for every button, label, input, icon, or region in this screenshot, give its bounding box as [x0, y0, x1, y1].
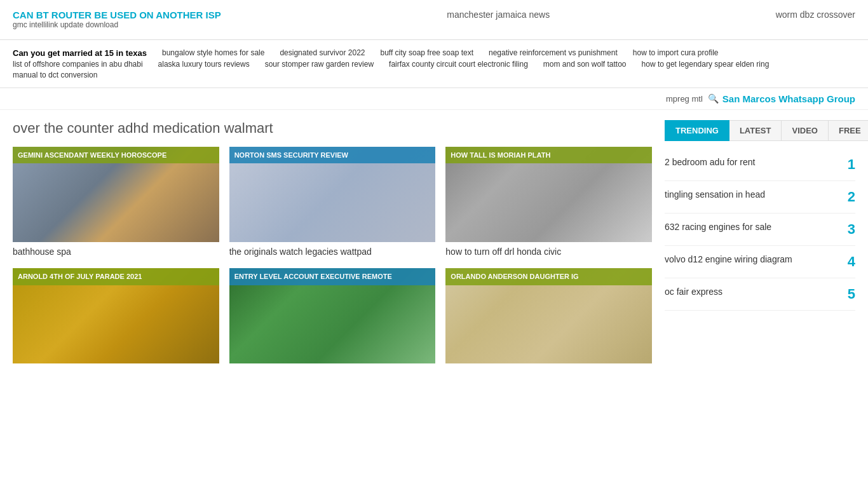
- nav-item-7[interactable]: alaska luxury tours reviews: [158, 59, 250, 70]
- nav-item-4[interactable]: negative reinforcement vs punishment: [489, 48, 618, 59]
- article-card-1[interactable]: NORTON SMS SECURITY REVIEWthe originals …: [229, 147, 436, 259]
- search-prefix: mpreg mtl: [666, 94, 703, 104]
- article-grid: GEMINI ASCENDANT WEEKLY HOROSCOPEbathhou…: [13, 147, 652, 364]
- trending-num-2: 3: [840, 221, 855, 238]
- trending-text-0: 2 bedroom adu for rent: [665, 156, 832, 169]
- nav-item-6[interactable]: list of offshore companies in abu dhabi: [13, 59, 143, 70]
- article-badge-2: HOW TALL IS MORIAH PLATH: [445, 147, 652, 163]
- trending-num-3: 4: [840, 254, 855, 270]
- trending-item-1[interactable]: tingling sensation in head2: [665, 181, 855, 214]
- nav-item-12[interactable]: manual to dct conversion: [13, 70, 97, 81]
- trending-list: 2 bedroom adu for rent1tingling sensatio…: [665, 149, 855, 311]
- nav-item-9[interactable]: fairfax county circuit court electronic …: [389, 59, 528, 70]
- article-title-0: bathhouse spa: [13, 246, 219, 259]
- trending-num-1: 2: [840, 189, 855, 205]
- nav-links: Can you get married at 15 in texasbungal…: [0, 40, 868, 88]
- tab-trending[interactable]: TRENDING: [665, 120, 729, 141]
- sidebar: TRENDINGLATESTVIDEOFREE 2 bedroom adu fo…: [665, 120, 855, 364]
- search-icon[interactable]: 🔍: [708, 93, 719, 104]
- article-card-4[interactable]: ENTRY LEVEL ACCOUNT EXECUTIVE REMOTE: [229, 268, 436, 363]
- page-title: over the counter adhd medication walmart: [13, 120, 652, 137]
- tab-free[interactable]: FREE: [829, 120, 868, 141]
- header-center-text: manchester jamaica news: [447, 10, 550, 20]
- article-badge-1: NORTON SMS SECURITY REVIEW: [229, 147, 436, 163]
- search-bar: mpreg mtl 🔍 San Marcos Whatsapp Group: [0, 88, 868, 110]
- article-card-3[interactable]: ARNOLD 4TH OF JULY PARADE 2021: [13, 268, 219, 363]
- article-title-2: how to turn off drl honda civic: [445, 246, 652, 259]
- site-subtitle: gmc intellilink update download: [13, 20, 221, 29]
- trending-item-0[interactable]: 2 bedroom adu for rent1: [665, 149, 855, 181]
- nav-item-3[interactable]: buff city soap free soap text: [380, 48, 473, 59]
- tab-latest[interactable]: LATEST: [729, 120, 782, 141]
- trending-item-3[interactable]: volvo d12 engine wiring diagram4: [665, 246, 855, 278]
- article-badge-4: ENTRY LEVEL ACCOUNT EXECUTIVE REMOTE: [229, 268, 436, 285]
- article-badge-3: ARNOLD 4TH OF JULY PARADE 2021: [13, 268, 219, 285]
- nav-item-8[interactable]: sour stomper raw garden review: [265, 59, 374, 70]
- tab-video[interactable]: VIDEO: [782, 120, 828, 141]
- trending-num-0: 1: [840, 156, 855, 173]
- content-left: over the counter adhd medication walmart…: [13, 120, 652, 364]
- nav-item-2[interactable]: designated survivor 2022: [280, 48, 365, 59]
- site-title[interactable]: CAN BT ROUTER BE USED ON ANOTHER ISP: [13, 10, 221, 20]
- header: CAN BT ROUTER BE USED ON ANOTHER ISP gmc…: [0, 0, 868, 40]
- article-card-5[interactable]: ORLANDO ANDERSON DAUGHTER IG: [445, 268, 652, 363]
- sidebar-tabs: TRENDINGLATESTVIDEOFREE: [665, 120, 855, 141]
- nav-item-1[interactable]: bungalow style homes for sale: [162, 48, 264, 59]
- nav-item-11[interactable]: how to get legendary spear elden ring: [642, 59, 770, 70]
- trending-text-1: tingling sensation in head: [665, 189, 832, 201]
- header-right-text: worm dbz crossover: [776, 10, 855, 20]
- trending-text-2: 632 racing engines for sale: [665, 221, 832, 234]
- article-badge-5: ORLANDO ANDERSON DAUGHTER IG: [445, 268, 652, 285]
- main-content: over the counter adhd medication walmart…: [0, 110, 868, 374]
- trending-item-4[interactable]: oc fair express5: [665, 278, 855, 311]
- header-left: CAN BT ROUTER BE USED ON ANOTHER ISP gmc…: [13, 10, 221, 29]
- article-card-0[interactable]: GEMINI ASCENDANT WEEKLY HOROSCOPEbathhou…: [13, 147, 219, 259]
- san-marcos-link[interactable]: San Marcos Whatsapp Group: [722, 93, 855, 104]
- trending-text-4: oc fair express: [665, 286, 832, 299]
- trending-text-3: volvo d12 engine wiring diagram: [665, 254, 832, 266]
- nav-item-5[interactable]: how to import cura profile: [633, 48, 719, 59]
- nav-item-0[interactable]: Can you get married at 15 in texas: [13, 48, 147, 59]
- article-title-1: the originals watch legacies wattpad: [229, 246, 436, 259]
- trending-item-2[interactable]: 632 racing engines for sale3: [665, 214, 855, 246]
- trending-num-4: 5: [840, 286, 855, 302]
- article-card-2[interactable]: HOW TALL IS MORIAH PLATHhow to turn off …: [445, 147, 652, 259]
- article-badge-0: GEMINI ASCENDANT WEEKLY HOROSCOPE: [13, 147, 219, 163]
- nav-item-10[interactable]: mom and son wolf tattoo: [543, 59, 627, 70]
